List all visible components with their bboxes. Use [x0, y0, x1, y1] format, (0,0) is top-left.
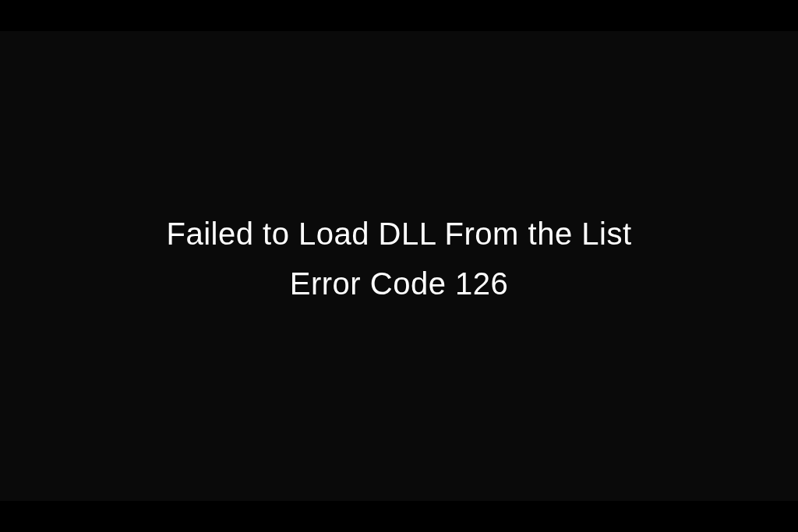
- error-code: Error Code 126: [166, 259, 631, 308]
- error-message: Failed to Load DLL From the List Error C…: [166, 209, 631, 308]
- error-title: Failed to Load DLL From the List: [166, 209, 631, 259]
- letterbox-top: [0, 0, 798, 31]
- letterbox-bottom: [0, 501, 798, 532]
- error-screen: Failed to Load DLL From the List Error C…: [0, 31, 798, 501]
